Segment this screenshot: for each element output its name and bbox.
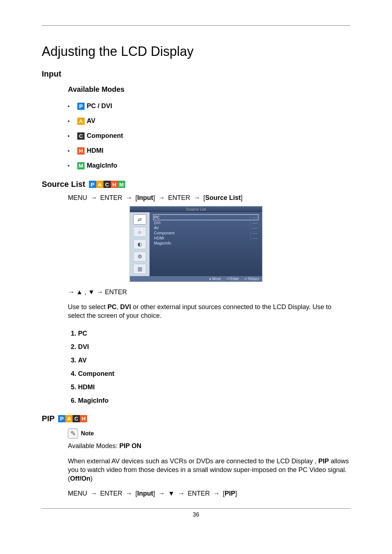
badge-c-icon: C: [77, 132, 85, 140]
pip-section: PIP P A C H: [42, 414, 350, 423]
badge-p-icon: P: [58, 415, 65, 422]
mode-item-component: C Component: [68, 128, 350, 143]
source-list-section: Source List P A C H M: [42, 180, 350, 189]
badge-p-icon: P: [89, 181, 96, 188]
badge-m-icon: M: [118, 181, 125, 188]
pip-modes-line: Available Modes: PIP ON: [68, 442, 350, 450]
pip-heading: PIP: [42, 414, 54, 423]
badge-a-icon: A: [77, 118, 85, 125]
osd-footer-enter: ⏎ Enter: [226, 277, 239, 281]
bullet-icon: [68, 150, 69, 152]
page-number: 36: [42, 512, 350, 518]
arrow-icon: →: [178, 490, 184, 497]
page-title: Adjusting the LCD Display: [42, 44, 350, 59]
badge-p-icon: P: [77, 103, 85, 110]
badge-m-icon: M: [77, 162, 85, 169]
badge-c-icon: C: [73, 415, 80, 422]
numlist-item-4: Component: [78, 367, 350, 381]
available-modes-heading: Available Modes: [68, 85, 350, 94]
osd-input-icon: ⇄: [133, 214, 146, 225]
osd-footer-return: ↩ Return: [244, 277, 259, 281]
numlist-item-2: DVI: [78, 340, 350, 354]
mode-item-av: A AV: [68, 114, 350, 128]
arrow-icon: →: [126, 194, 132, 201]
bullet-icon: [68, 120, 69, 122]
badge-h-icon: H: [80, 415, 87, 422]
path-input: Input: [137, 194, 153, 201]
osd-screenshot: Source List ⇄ ☼ ◐ ⚙ ▥ PC: ---- DVI: ----…: [130, 206, 262, 282]
modes-list: P PC / DVI A AV C Component H HDMI M Mag…: [68, 99, 350, 173]
pip-modes-strip: P A C H: [58, 415, 87, 422]
path-source-list: Source List: [205, 194, 241, 201]
down-arrow-icon: ▼: [88, 288, 95, 296]
section-input-heading: Input: [42, 69, 350, 79]
mode-item-hdmi: H HDMI: [68, 143, 350, 158]
pip-paragraph: When external AV devices such as VCRs or…: [68, 457, 350, 483]
osd-multi-icon: ▥: [133, 264, 146, 274]
note-label: Note: [81, 430, 94, 437]
mode-label-hdmi: HDMI: [87, 147, 103, 155]
path-enter: ENTER: [100, 194, 122, 201]
badge-a-icon: A: [65, 415, 73, 422]
osd-row-magicinfo: MagicInfo: [153, 241, 258, 246]
osd-row-dvi: DVI: ----: [153, 220, 258, 225]
bottom-rule: [42, 508, 350, 509]
note-row: ✎ Note: [68, 428, 350, 439]
osd-picture-icon: ☼: [133, 227, 146, 237]
numlist-item-5: HDMI: [78, 381, 350, 394]
osd-footer-move: ♦ Move: [209, 277, 221, 281]
mode-label-av: AV: [87, 117, 95, 125]
mode-item-pc: P PC / DVI: [68, 99, 350, 114]
osd-title: Source List: [130, 206, 262, 212]
arrow-icon: →: [213, 490, 220, 497]
arrow-icon: →: [90, 490, 97, 497]
mode-item-magicinfo: M MagicInfo: [68, 158, 350, 173]
numlist-item-6: MagicInfo: [78, 394, 350, 407]
path-menu: MENU: [68, 490, 87, 497]
badge-c-icon: C: [103, 181, 111, 188]
up-arrow-icon: ▲: [76, 288, 83, 296]
top-rule: [42, 25, 350, 26]
arrow-icon: →: [126, 490, 132, 497]
badge-h-icon: H: [77, 147, 85, 155]
note-icon: ✎: [68, 428, 78, 439]
menu-path-source-list: MENU → ENTER → [Input] → ENTER → [Source…: [68, 194, 350, 202]
bullet-icon: [68, 165, 69, 167]
osd-row-hdmi: HDMI: ----: [153, 235, 258, 241]
bullet-icon: [68, 106, 69, 107]
mode-label-component: Component: [87, 132, 123, 140]
mode-label-pc: PC / DVI: [87, 102, 112, 110]
arrow-icon: →: [158, 194, 165, 201]
source-numbered-list: PC DVI AV Component HDMI MagicInfo: [68, 327, 350, 407]
path-enter: ENTER: [100, 490, 122, 497]
osd-sidebar: ⇄ ☼ ◐ ⚙ ▥: [130, 212, 150, 276]
use-paragraph: Use to select PC, DVI or other external …: [68, 303, 350, 320]
menu-path-pip: MENU → ENTER → [Input] → ▼ → ENTER → [PI…: [68, 490, 350, 497]
path-pip: PIP: [225, 490, 235, 497]
osd-row-pc: PC: ----: [153, 214, 258, 220]
osd-footer: ♦ Move ⏎ Enter ↩ Return: [130, 276, 262, 282]
numlist-item-1: PC: [78, 327, 350, 340]
source-list-modes-strip: P A C H M: [89, 181, 125, 188]
badge-a-icon: A: [96, 181, 103, 188]
bullet-icon: [68, 135, 69, 137]
nav-arrows-line: → ▲ , ▼ → ENTER: [68, 288, 350, 296]
arrow-icon: →: [90, 194, 97, 201]
enter-label: ENTER: [105, 288, 127, 296]
arrow-icon: →: [68, 288, 74, 296]
osd-row-av: AV: ----: [153, 225, 258, 230]
osd-list: PC: ---- DVI: ---- AV: ---- Component: -…: [150, 212, 262, 276]
numlist-item-3: AV: [78, 354, 350, 367]
path-input: Input: [137, 490, 153, 497]
down-arrow-icon: ▼: [168, 490, 175, 497]
osd-sound-icon: ◐: [133, 239, 146, 249]
source-list-heading: Source List: [42, 180, 85, 189]
badge-h-icon: H: [111, 181, 118, 188]
osd-row-component: Component: ----: [153, 230, 258, 235]
osd-setup-icon: ⚙: [133, 251, 146, 262]
mode-label-magicinfo: MagicInfo: [87, 162, 117, 169]
arrow-icon: →: [193, 194, 200, 201]
path-enter: ENTER: [168, 194, 190, 201]
arrow-icon: →: [158, 490, 165, 497]
path-menu: MENU: [68, 194, 87, 201]
